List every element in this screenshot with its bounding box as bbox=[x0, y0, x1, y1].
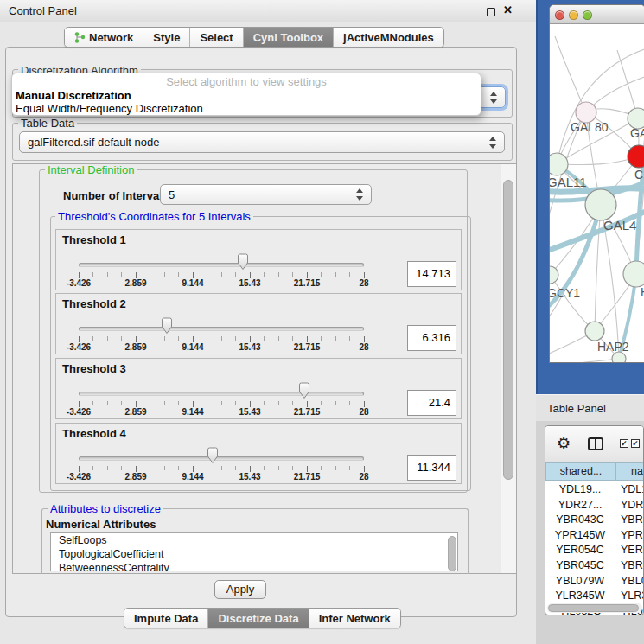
slider-tick bbox=[321, 272, 322, 277]
table-cell[interactable]: YPR1 bbox=[621, 529, 644, 541]
network-graph: GAL80GACGAL11GAL4GCY1HHAP2 bbox=[550, 24, 644, 363]
bottom-tab-discretize-data[interactable]: Discretize Data bbox=[208, 609, 309, 628]
slider-track[interactable] bbox=[79, 456, 364, 461]
slider-tick bbox=[121, 272, 122, 277]
checked-checkbox-icon[interactable]: ✓ bbox=[631, 439, 640, 448]
tab-label: Infer Network bbox=[319, 612, 391, 625]
threshold-value-field[interactable]: 21.4 bbox=[407, 390, 456, 416]
table-cell[interactable]: YBR0 bbox=[621, 559, 644, 571]
table-cell[interactable]: YLR3 bbox=[621, 590, 644, 602]
algorithm-option-equal-width-frequency-discretization[interactable]: Equal Width/Frequency Discretization bbox=[12, 102, 481, 115]
tab-select[interactable]: Select bbox=[190, 28, 243, 47]
close-icon[interactable]: ✕ bbox=[503, 3, 513, 16]
tab-label: Style bbox=[153, 31, 180, 44]
algorithm-option-manual-discretization[interactable]: Manual Discretization bbox=[12, 89, 481, 102]
attribute-item-selfloops[interactable]: SelfLoops bbox=[51, 533, 457, 547]
bottom-tab-impute-data[interactable]: Impute Data bbox=[124, 609, 208, 628]
network-node-label: GAL11 bbox=[550, 175, 587, 189]
tab-style[interactable]: Style bbox=[143, 28, 190, 47]
table-panel-titlebar: Table Panel bbox=[536, 394, 644, 421]
table-cell[interactable]: YBL0 bbox=[621, 575, 644, 587]
table-cell[interactable]: YBR043C bbox=[545, 513, 615, 526]
panel-title: Control Panel bbox=[9, 4, 77, 17]
table-cell[interactable]: YER0 bbox=[621, 544, 644, 556]
table-cell[interactable]: YBR0 bbox=[621, 513, 644, 526]
apply-button[interactable]: Apply bbox=[214, 580, 266, 599]
table-cell[interactable]: YLR345W bbox=[545, 590, 615, 602]
number-of-intervals-value: 5 bbox=[169, 188, 175, 201]
algorithm-prompt-item[interactable]: Select algorithm to view settings bbox=[12, 74, 481, 89]
number-of-intervals-combobox[interactable]: 5 bbox=[160, 184, 372, 205]
mac-zoom-button[interactable] bbox=[583, 10, 592, 20]
table-data-combobox[interactable]: galFiltered.sif default node bbox=[19, 131, 505, 153]
table-cell[interactable]: YBR045C bbox=[545, 559, 615, 571]
slider-tick bbox=[207, 336, 207, 341]
network-edge bbox=[557, 47, 644, 164]
table-cell[interactable]: YBL079W bbox=[545, 575, 615, 587]
attribute-item-topologicalcoefficient[interactable]: TopologicalCoefficient bbox=[51, 547, 457, 561]
numerical-attributes-list[interactable]: SelfLoopsTopologicalCoefficientBetweenne… bbox=[50, 532, 458, 571]
float-window-icon[interactable] bbox=[487, 8, 495, 16]
horizontal-scrollbar-thumb[interactable] bbox=[548, 604, 639, 612]
slider-track[interactable] bbox=[79, 327, 364, 331]
vertical-scrollbar-thumb[interactable] bbox=[503, 180, 513, 480]
threshold-panel-2: Threshold 2-3.4262.8599.14415.4321.71528… bbox=[55, 293, 462, 354]
table-column-header-1[interactable]: shared... bbox=[545, 462, 616, 481]
slider-tick-label: -3.426 bbox=[67, 278, 91, 288]
table-column-header-2[interactable]: na bbox=[615, 462, 644, 481]
slider-tick bbox=[307, 272, 308, 278]
checked-checkbox-icon[interactable]: ✓ bbox=[620, 439, 628, 448]
threshold-value-field[interactable]: 6.316 bbox=[407, 325, 456, 351]
slider-thumb[interactable] bbox=[160, 317, 174, 335]
network-edge bbox=[550, 205, 601, 325]
network-node-hap2[interactable] bbox=[585, 322, 604, 341]
slider-thumb[interactable] bbox=[236, 253, 250, 271]
gear-icon[interactable]: ⚙ bbox=[557, 434, 571, 452]
slider-tick bbox=[321, 466, 322, 470]
network-node-gal4[interactable] bbox=[585, 189, 616, 220]
mac-minimize-button[interactable] bbox=[569, 10, 578, 20]
split-columns-icon[interactable] bbox=[588, 437, 603, 450]
network-node-gcy1[interactable] bbox=[550, 266, 558, 284]
tab-cyni-toolbox[interactable]: Cyni Toolbox bbox=[244, 28, 334, 47]
table-cell[interactable]: YER054C bbox=[545, 544, 615, 556]
table-cell[interactable]: YPR145W bbox=[545, 529, 615, 541]
slider-thumb[interactable] bbox=[206, 447, 220, 464]
network-canvas[interactable]: GAL80GACGAL11GAL4GCY1HHAP2 bbox=[550, 24, 644, 363]
slider-tick bbox=[107, 466, 108, 470]
tab-network[interactable]: Network bbox=[65, 28, 143, 47]
slider-tick bbox=[264, 466, 265, 470]
slider-track[interactable] bbox=[79, 263, 364, 267]
table-cell[interactable]: YDR2 bbox=[621, 499, 644, 511]
threshold-label: Threshold 4 bbox=[62, 427, 126, 440]
table-cell[interactable]: YDL1 bbox=[621, 483, 644, 495]
slider-tick-label: 9.144 bbox=[182, 472, 203, 481]
slider-tick-label: 9.144 bbox=[182, 342, 203, 352]
horizontal-scrollbar[interactable] bbox=[547, 603, 642, 613]
slider-thumb[interactable] bbox=[297, 382, 311, 399]
slider-track[interactable] bbox=[79, 392, 364, 396]
network-node-gal11[interactable] bbox=[550, 153, 568, 175]
network-edge bbox=[550, 275, 595, 331]
slider-tick bbox=[307, 401, 308, 407]
network-icon bbox=[74, 32, 86, 43]
slider-tick-label: -3.426 bbox=[67, 407, 91, 417]
attributes-group-title: Attributes to discretize bbox=[48, 503, 163, 514]
slider-tick-label: 2.859 bbox=[124, 472, 146, 481]
network-node-c[interactable] bbox=[628, 145, 644, 168]
threshold-value-field[interactable]: 11.344 bbox=[407, 455, 456, 481]
table-cell[interactable]: YDR27... bbox=[545, 499, 615, 511]
bottom-tab-infer-network[interactable]: Infer Network bbox=[309, 609, 400, 628]
slider-tick-label: 2.859 bbox=[124, 278, 146, 288]
attribute-item-betweennesscentrality[interactable]: BetweennessCentrality bbox=[51, 561, 457, 571]
slider-tick bbox=[250, 336, 251, 342]
slider-tick-label: 28 bbox=[359, 342, 368, 352]
network-node-h[interactable] bbox=[623, 261, 644, 287]
threshold-value-field[interactable]: 14.713 bbox=[407, 261, 456, 287]
tab-jactivemnodules[interactable]: jActiveMNodules bbox=[334, 28, 443, 47]
slider-tick bbox=[178, 336, 179, 341]
mac-close-button[interactable] bbox=[555, 10, 564, 20]
attributes-list-scrollbar-thumb[interactable] bbox=[448, 536, 456, 571]
table-cell[interactable]: YDL19... bbox=[545, 483, 615, 495]
vertical-scrollbar[interactable] bbox=[501, 164, 516, 573]
